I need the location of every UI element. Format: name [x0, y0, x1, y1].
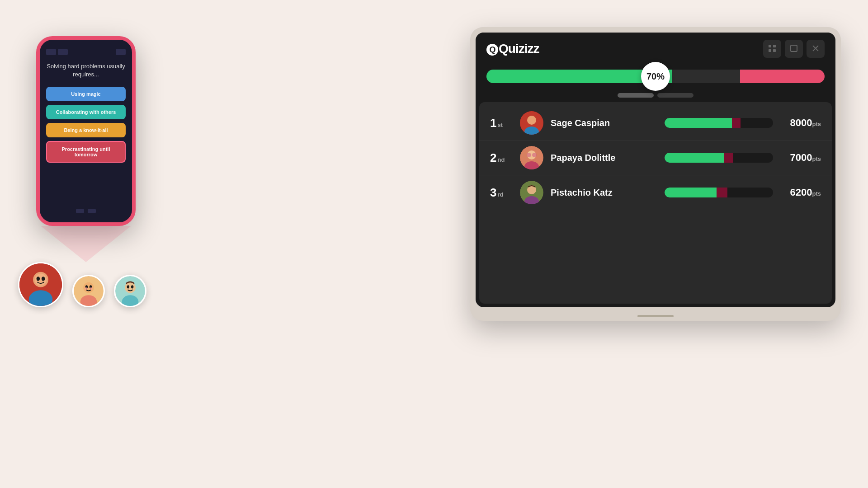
score-dark-2 [724, 153, 733, 163]
avatar-1-svg [19, 262, 62, 307]
player-name-1: Sage Caspian [551, 118, 657, 128]
player-avatar-1-svg [520, 111, 543, 135]
player-score-1: 8000pts [780, 117, 821, 129]
answer-button-1[interactable]: Using magic [46, 87, 126, 101]
score-value-1: 8000 [790, 117, 812, 128]
avatar-3 [114, 275, 146, 307]
leaderboard-row-2: 2nd Papaya Dolittle [479, 141, 832, 175]
player-avatar-1 [520, 111, 543, 135]
player-score-3: 6200pts [780, 187, 821, 198]
quizizz-logo-text: Quizizz [499, 42, 539, 56]
score-dark-1 [732, 118, 741, 128]
rank-1-number: 1 [490, 116, 496, 130]
player-score-2: 7000pts [780, 152, 821, 164]
quiz-tabs [476, 90, 835, 102]
avatar-2 [72, 275, 105, 307]
svg-rect-21 [773, 49, 776, 52]
leaderboard-row-3: 3rd Pistachio Katz 6200pts [479, 175, 832, 210]
avatar-3-face [115, 276, 145, 306]
svg-point-26 [527, 116, 536, 125]
svg-point-17 [131, 285, 134, 288]
svg-rect-18 [769, 45, 771, 47]
player-avatar-2-svg [520, 146, 543, 169]
svg-point-31 [527, 153, 531, 157]
rank-1: 1st [490, 116, 513, 130]
header-buttons [763, 40, 825, 58]
quiz-header: QQuizizz [476, 33, 835, 65]
phone-screen: Solving hard problems usually requires..… [36, 36, 136, 226]
header-close-button[interactable] [807, 40, 825, 58]
rank-3-suffix: rd [497, 191, 503, 198]
phone-left-buttons [46, 49, 68, 55]
tab-2[interactable] [657, 93, 693, 98]
score-bar-2 [665, 153, 773, 163]
score-bar-3 [665, 188, 773, 197]
header-grid-button[interactable] [763, 40, 781, 58]
player-name-3: Pistachio Katz [551, 188, 657, 198]
avatar-1-face [19, 263, 62, 306]
tablet-mockup: QQuizizz [470, 27, 841, 321]
square-icon [789, 44, 798, 53]
phone-question-text: Solving hard problems usually requires..… [46, 62, 126, 79]
answer-button-2[interactable]: Collaborating with others [46, 105, 126, 119]
svg-point-7 [83, 282, 94, 293]
svg-point-4 [37, 277, 40, 281]
header-square-button[interactable] [785, 40, 803, 58]
close-icon [811, 44, 820, 53]
score-green-1 [665, 118, 732, 128]
avatar-2-svg [74, 275, 104, 307]
avatar-2-face [74, 276, 104, 306]
phone-mockup: Solving hard problems usually requires..… [36, 36, 136, 226]
phone-dot-1 [76, 209, 84, 213]
avatars-row [18, 262, 146, 307]
tab-1[interactable] [618, 93, 654, 98]
rank-2-number: 2 [490, 151, 496, 165]
phone-beam-shadow [41, 226, 131, 262]
progress-bar: 70% [486, 70, 825, 83]
rank-2-suffix: nd [497, 156, 505, 163]
leaderboard-row-1: 1st Sage Caspian 8000pts [479, 106, 832, 141]
progress-area: 70% [476, 65, 835, 90]
answer-button-3[interactable]: Being a know-it-all [46, 123, 126, 137]
score-green-2 [665, 153, 724, 163]
score-bar-1 [665, 118, 773, 128]
tablet-screen: QQuizizz [476, 33, 835, 307]
svg-point-16 [127, 285, 130, 288]
rank-1-suffix: st [497, 122, 503, 128]
score-pts-2: pts [812, 155, 821, 162]
tablet-bottom-bar [637, 315, 674, 317]
score-dark-3 [717, 188, 727, 197]
svg-rect-20 [769, 49, 771, 52]
rank-3-number: 3 [490, 186, 496, 200]
progress-pink-bar [740, 70, 825, 83]
avatar-3-svg [115, 275, 145, 307]
svg-point-5 [42, 277, 45, 281]
leaderboard: 1st Sage Caspian 8000pts [479, 102, 832, 304]
score-pts-1: pts [812, 121, 821, 127]
answer-button-4[interactable]: Procrastinating until tomorrow [46, 141, 126, 163]
svg-point-12 [90, 287, 93, 290]
phone-btn-1 [46, 49, 56, 55]
phone-bottom-dots [76, 209, 96, 213]
score-green-3 [665, 188, 717, 197]
avatar-1 [18, 262, 63, 307]
svg-point-11 [85, 287, 88, 290]
player-avatar-3-svg [520, 181, 543, 204]
rank-2: 2nd [490, 151, 513, 165]
grid-icon [768, 44, 777, 53]
phone-dot-2 [88, 209, 96, 213]
progress-percent-circle: 70% [641, 62, 670, 91]
quizizz-logo: QQuizizz [486, 42, 539, 56]
score-pts-3: pts [812, 190, 821, 197]
svg-rect-19 [773, 45, 776, 47]
phone-btn-right [116, 49, 126, 55]
player-name-2: Papaya Dolittle [551, 153, 657, 163]
phone-top-bar [46, 49, 126, 55]
rank-3: 3rd [490, 186, 513, 200]
score-value-3: 6200 [790, 187, 812, 198]
phone-btn-2 [58, 49, 68, 55]
player-avatar-2 [520, 146, 543, 169]
svg-point-32 [532, 153, 537, 157]
svg-rect-22 [791, 45, 797, 52]
quizizz-q: Q [486, 44, 498, 56]
